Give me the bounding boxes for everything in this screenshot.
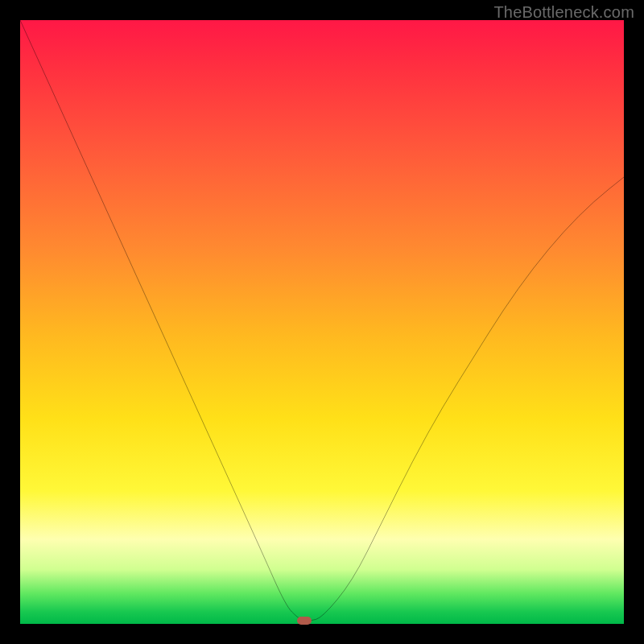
plot-area <box>20 20 624 624</box>
curve-path <box>20 20 624 621</box>
optimum-marker <box>297 617 312 625</box>
watermark-text: TheBottleneck.com <box>493 3 634 22</box>
chart-stage: TheBottleneck.com <box>0 0 644 644</box>
bottleneck-curve <box>20 20 624 624</box>
